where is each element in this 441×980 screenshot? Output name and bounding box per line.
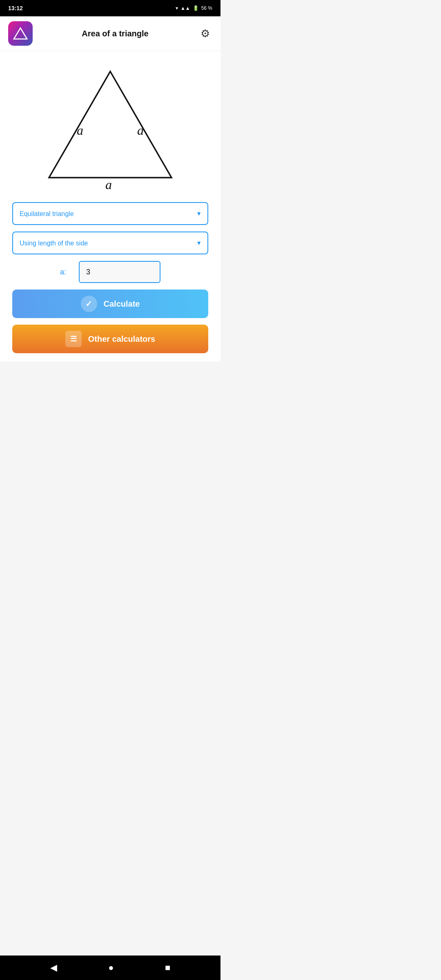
settings-icon[interactable]: ⚙ <box>198 26 212 41</box>
input-a-label: a: <box>60 268 72 276</box>
triangle-diagram: a a a <box>8 55 212 198</box>
header: Area of a triangle ⚙ <box>0 16 220 51</box>
svg-marker-0 <box>14 28 27 39</box>
triangle-container: a a a <box>45 63 176 194</box>
signal-icon: ▲▲ <box>180 5 190 11</box>
main-content: a a a Equilateral triangle Isosceles tri… <box>0 51 220 361</box>
triangle-type-select[interactable]: Equilateral triangle Isosceles triangle … <box>12 202 208 225</box>
status-bar: 13:12 ▾ ▲▲ 🔋 56 % <box>0 0 220 16</box>
battery-text: 56 % <box>201 5 212 11</box>
page-title: Area of a triangle <box>39 29 191 38</box>
wifi-icon: ▾ <box>176 5 178 11</box>
method-dropdown[interactable]: Using length of the side Using base and … <box>12 232 208 254</box>
input-section: Equilateral triangle Isosceles triangle … <box>8 198 212 353</box>
calculate-button[interactable]: ✓ Calculate <box>12 290 208 318</box>
input-a-field[interactable] <box>79 261 160 283</box>
battery-icon: 🔋 <box>193 5 199 11</box>
check-icon: ✓ <box>81 296 97 312</box>
other-calculators-button[interactable]: ☰ Other calculators <box>12 325 208 353</box>
status-icons: ▾ ▲▲ 🔋 56 % <box>176 5 212 11</box>
method-select[interactable]: Using length of the side Using base and … <box>12 232 208 254</box>
status-time: 13:12 <box>8 5 23 11</box>
triangle-type-dropdown[interactable]: Equilateral triangle Isosceles triangle … <box>12 202 208 225</box>
other-calculators-label: Other calculators <box>88 334 156 344</box>
list-icon: ☰ <box>65 331 82 347</box>
input-row: a: <box>12 261 208 283</box>
calculate-label: Calculate <box>104 299 140 309</box>
svg-text:a: a <box>137 123 144 138</box>
svg-text:a: a <box>77 123 83 138</box>
svg-text:a: a <box>105 177 112 190</box>
app-icon <box>8 21 33 46</box>
svg-marker-1 <box>49 71 172 178</box>
